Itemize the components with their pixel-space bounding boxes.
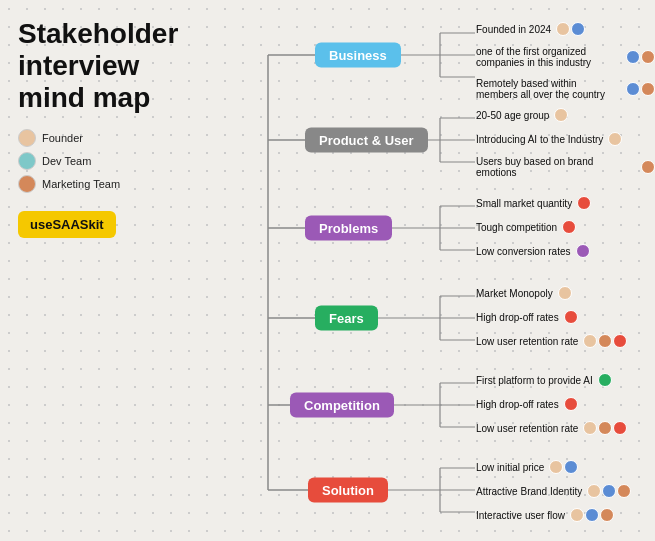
- avatar-sm: [598, 421, 612, 435]
- node-fears[interactable]: Fears: [315, 306, 378, 331]
- legend-marketing-label: Marketing Team: [42, 178, 120, 190]
- avatar-sm: [598, 334, 612, 348]
- solution-item-3: Interactive user flow: [476, 508, 631, 522]
- competition-item-1-text: First platform to provide AI: [476, 375, 593, 386]
- avatar-sm: [613, 421, 627, 435]
- fears-item-2-avatars: [564, 310, 578, 324]
- business-item-2-text: one of the first organized companies in …: [476, 46, 621, 68]
- node-problems[interactable]: Problems: [305, 216, 392, 241]
- brand-badge[interactable]: useSAASkit: [18, 211, 116, 238]
- business-item-2-avatars: [626, 50, 655, 64]
- business-item-3: Remotely based within members all over t…: [476, 78, 655, 100]
- solution-item-2: Attractive Brand Identity: [476, 484, 631, 498]
- avatar-sm: [626, 82, 640, 96]
- fears-item-1: Market Monopoly: [476, 286, 627, 300]
- solution-items: Low initial price Attractive Brand Ident…: [476, 460, 631, 522]
- product-item-3: Users buy based on brand emotions: [476, 156, 655, 178]
- avatar-sm: [564, 310, 578, 324]
- avatar-sm: [570, 508, 584, 522]
- problems-item-1-avatars: [577, 196, 591, 210]
- node-solution[interactable]: Solution: [308, 478, 388, 503]
- avatar-marketing: [18, 175, 36, 193]
- avatar-dev: [18, 152, 36, 170]
- avatar-sm: [583, 421, 597, 435]
- product-item-3-text: Users buy based on brand emotions: [476, 156, 636, 178]
- avatar-sm: [617, 484, 631, 498]
- solution-item-1-text: Low initial price: [476, 462, 544, 473]
- fears-item-3-avatars: [583, 334, 627, 348]
- problems-item-3-text: Low conversion rates: [476, 246, 571, 257]
- problems-item-2: Tough competition: [476, 220, 591, 234]
- avatar-sm: [641, 160, 655, 174]
- avatar-sm: [598, 373, 612, 387]
- product-item-2: Introducing AI to the Industry: [476, 132, 655, 146]
- avatar-sm: [608, 132, 622, 146]
- problems-item-1: Small market quantity: [476, 196, 591, 210]
- node-business[interactable]: Business: [315, 43, 401, 68]
- legend-dev: Dev Team: [18, 152, 178, 170]
- legend-dev-label: Dev Team: [42, 155, 91, 167]
- product-item-1-avatars: [554, 108, 568, 122]
- avatar-sm: [641, 82, 655, 96]
- fears-item-2: High drop-off rates: [476, 310, 627, 324]
- node-product[interactable]: Product & User: [305, 128, 428, 153]
- business-item-3-avatars: [626, 82, 655, 96]
- business-item-2: one of the first organized companies in …: [476, 46, 655, 68]
- competition-item-2-text: High drop-off rates: [476, 399, 559, 410]
- business-item-3-text: Remotely based within members all over t…: [476, 78, 621, 100]
- avatar-sm: [587, 484, 601, 498]
- avatar-sm: [577, 196, 591, 210]
- competition-item-3-avatars: [583, 421, 627, 435]
- fears-item-3: Low user retention rate: [476, 334, 627, 348]
- avatar-sm: [600, 508, 614, 522]
- fears-item-3-text: Low user retention rate: [476, 336, 578, 347]
- problems-items: Small market quantity Tough competition …: [476, 196, 591, 258]
- competition-items: First platform to provide AI High drop-o…: [476, 373, 627, 435]
- avatar-sm: [585, 508, 599, 522]
- mindmap-area: Business Product & User Problems Fears C…: [160, 0, 655, 541]
- avatar-sm: [571, 22, 585, 36]
- avatar-sm: [613, 334, 627, 348]
- avatar-sm: [562, 220, 576, 234]
- avatar-sm: [602, 484, 616, 498]
- avatar-founder: [18, 129, 36, 147]
- avatar-sm: [556, 22, 570, 36]
- solution-item-3-avatars: [570, 508, 614, 522]
- avatar-sm: [641, 50, 655, 64]
- problems-item-3-avatars: [576, 244, 590, 258]
- problems-item-3: Low conversion rates: [476, 244, 591, 258]
- problems-item-2-avatars: [562, 220, 576, 234]
- avatar-sm: [576, 244, 590, 258]
- avatar-sm: [564, 397, 578, 411]
- competition-item-2: High drop-off rates: [476, 397, 627, 411]
- legend-marketing: Marketing Team: [18, 175, 178, 193]
- competition-item-1: First platform to provide AI: [476, 373, 627, 387]
- avatar-sm: [564, 460, 578, 474]
- fears-item-1-text: Market Monopoly: [476, 288, 553, 299]
- avatar-sm: [558, 286, 572, 300]
- solution-item-2-text: Attractive Brand Identity: [476, 486, 582, 497]
- fears-item-2-text: High drop-off rates: [476, 312, 559, 323]
- avatar-sm: [549, 460, 563, 474]
- business-items: Founded in 2024 one of the first organiz…: [476, 22, 655, 100]
- product-items: 20-50 age group Introducing AI to the In…: [476, 108, 655, 178]
- page-title: Stakeholder interview mind map: [18, 18, 178, 115]
- avatar-sm: [626, 50, 640, 64]
- business-item-1: Founded in 2024: [476, 22, 655, 36]
- fears-items: Market Monopoly High drop-off rates Low …: [476, 286, 627, 348]
- legend-founder-label: Founder: [42, 132, 83, 144]
- solution-item-1-avatars: [549, 460, 578, 474]
- solution-item-2-avatars: [587, 484, 631, 498]
- node-competition[interactable]: Competition: [290, 393, 394, 418]
- legend: Founder Dev Team Marketing Team: [18, 129, 178, 193]
- avatar-sm: [583, 334, 597, 348]
- avatar-sm: [554, 108, 568, 122]
- product-item-1-text: 20-50 age group: [476, 110, 549, 121]
- product-item-3-avatars: [641, 160, 655, 174]
- competition-item-3-text: Low user retention rate: [476, 423, 578, 434]
- product-item-2-avatars: [608, 132, 622, 146]
- business-item-1-avatars: [556, 22, 585, 36]
- competition-item-2-avatars: [564, 397, 578, 411]
- fears-item-1-avatars: [558, 286, 572, 300]
- business-item-1-text: Founded in 2024: [476, 24, 551, 35]
